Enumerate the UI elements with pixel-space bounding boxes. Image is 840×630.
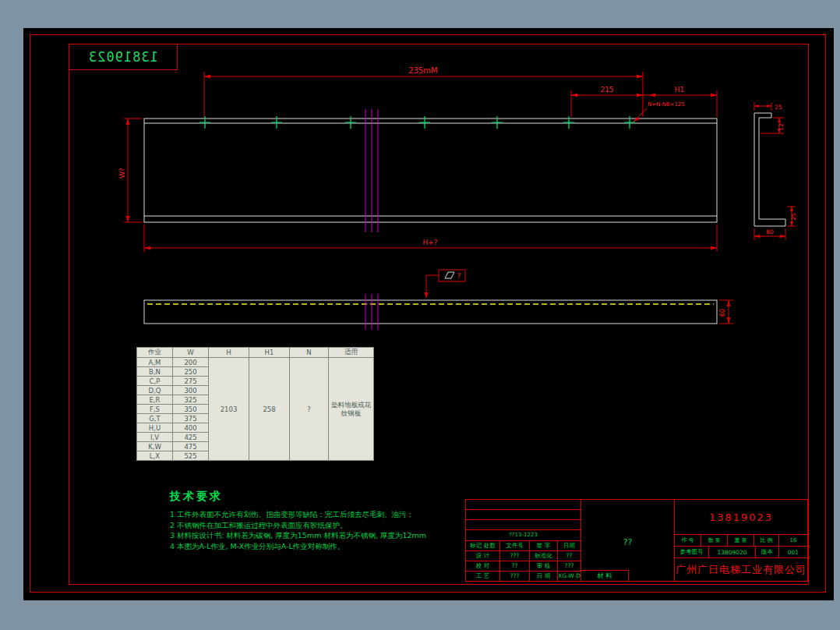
table-cell: H,U	[137, 423, 173, 433]
table-merged-cell: ?	[290, 358, 329, 461]
sheet-number: 16	[779, 535, 807, 546]
table-cell: 200	[173, 358, 209, 367]
cad-drawing-page: 13819023 235mM 215 H1	[0, 0, 840, 630]
revision-row-empty	[466, 500, 581, 510]
sign-cell: 审 核	[530, 561, 558, 571]
table-cell: F,S	[137, 405, 173, 414]
info-header-cell: 重 量	[728, 535, 754, 546]
signature-row: 设 计 ??? 标准化 ??	[466, 551, 581, 561]
table-cell: G,T	[137, 414, 173, 423]
signature-row: 校 对 ?? 审 核 ???	[466, 561, 581, 572]
table-header-row: 作业 W H H1 N 适用	[137, 348, 374, 358]
info-header-row: 作 号 数 量 重 量 比 例 16	[675, 535, 807, 547]
table-cell: 425	[173, 433, 209, 442]
rev-header-cell: 签 字	[530, 541, 558, 550]
rev-header-cell: 标记 处数	[466, 541, 500, 550]
table-cell: I,V	[137, 433, 173, 442]
revision-row-empty	[466, 510, 581, 520]
table-cell: C,P	[137, 377, 173, 386]
sign-cell: 校 对	[466, 561, 500, 571]
table-cell: 525	[173, 451, 209, 461]
stamp-number: 13819023	[88, 49, 158, 65]
table-cell: L,X	[137, 451, 173, 461]
table-merged-cell: 2103	[209, 358, 249, 461]
material-label: 材 料	[581, 570, 629, 582]
tech-item: 3 材料按设计书: 材料若为碳钢, 厚度为15mm 材料若为不锈钢, 厚度为12…	[170, 530, 426, 541]
ref-number: 13809020	[709, 547, 756, 557]
parameters-table: 作业 W H H1 N 适用 A,M2002103258?垫料地板或花纹钢板B,…	[136, 347, 374, 461]
title-block: ??13-1223 标记 处数 文件号 签 字 日期 设 计 ??? 标准化 ?…	[465, 499, 808, 582]
tech-requirements: 技术要求 1 工件外表面不允许有划伤、扭曲变形等缺陷；完工后须去尽毛刺、油污；2…	[170, 490, 426, 551]
reference-row: 参考图号 13809020 版本 001	[675, 547, 807, 558]
col-header: H1	[249, 348, 290, 358]
company-name: 广州广日电梯工业有限公司	[675, 558, 807, 581]
sign-cell: 工 艺	[466, 572, 500, 581]
table-cell: 375	[173, 414, 209, 423]
revision-signature-area: ??13-1223 标记 处数 文件号 签 字 日期 设 计 ??? 标准化 ?…	[466, 500, 581, 581]
revision-row-empty	[466, 520, 581, 530]
col-header: W	[173, 348, 209, 358]
sign-cell: ??	[558, 551, 581, 561]
version-label: 版本	[756, 547, 779, 557]
sign-cell: ??	[500, 561, 530, 571]
table-merged-cell: 258	[249, 358, 290, 461]
tech-item: 1 工件外表面不允许有划伤、扭曲变形等缺陷；完工后须去尽毛刺、油污；	[170, 509, 426, 520]
table-cell: 275	[173, 377, 209, 386]
table-cell: 325	[173, 395, 209, 405]
tech-item: 2 不锈钢件在加工和搬运过程中外表面应有胶纸保护。	[170, 520, 426, 531]
table-cell: 400	[173, 423, 209, 433]
col-header: N	[290, 348, 329, 358]
stamp-box: 13819023	[69, 44, 178, 70]
table-row: A,M2002103258?垫料地板或花纹钢板	[137, 358, 374, 367]
tech-requirements-title: 技术要求	[170, 490, 426, 504]
table-cell: E,R	[137, 395, 173, 405]
table-cell: B,N	[137, 367, 173, 377]
tech-item: 4 本图为A-L作业, M-X作业分别与A-L作业对称制作。	[170, 541, 426, 552]
ref-label: 参考图号	[675, 547, 709, 557]
doc-code: ??13-1223	[466, 530, 581, 540]
rev-header-cell: 日期	[558, 541, 581, 550]
parameters-table-body: A,M2002103258?垫料地板或花纹钢板B,N250C,P275D,Q30…	[137, 358, 374, 461]
col-header: H	[209, 348, 249, 358]
info-header-cell: 作 号	[675, 535, 701, 546]
table-cell: 300	[173, 386, 209, 395]
revision-header-row: 标记 处数 文件号 签 字 日期	[466, 541, 581, 551]
table-cell: 250	[173, 367, 209, 377]
col-header: 作业	[137, 348, 173, 358]
product-code: ??	[581, 537, 674, 547]
sign-cell: XG-W-D	[558, 572, 581, 581]
table-cell: 475	[173, 442, 209, 451]
table-cell: A,M	[137, 358, 173, 367]
sign-cell: 设 计	[466, 551, 500, 561]
table-cell: K,W	[137, 442, 173, 451]
drawing-number: 13819023	[675, 500, 807, 535]
table-merged-cell: 垫料地板或花纹钢板	[329, 358, 374, 461]
version-value: 001	[779, 547, 807, 557]
rev-header-cell: 文件号	[500, 541, 530, 550]
table-cell: D,Q	[137, 386, 173, 395]
table-cell: 350	[173, 405, 209, 414]
sign-cell: ???	[500, 572, 530, 581]
sign-cell: ???	[500, 551, 530, 561]
product-area: ?? 材 料	[581, 500, 675, 581]
col-header: 适用	[329, 348, 374, 358]
info-header-cell: 数 量	[701, 535, 728, 546]
info-header-cell: 比 例	[754, 535, 779, 546]
signature-row: 工 艺 ??? 日 期 XG-W-D	[466, 572, 581, 581]
sign-cell: 日 期	[530, 572, 558, 581]
sign-cell: ???	[558, 561, 581, 571]
sign-cell: 标准化	[530, 551, 558, 561]
info-area: 13819023 作 号 数 量 重 量 比 例 16 参考图号 1380902…	[675, 500, 807, 581]
tech-items-list: 1 工件外表面不允许有划伤、扭曲变形等缺陷；完工后须去尽毛刺、油污；2 不锈钢件…	[170, 509, 426, 551]
